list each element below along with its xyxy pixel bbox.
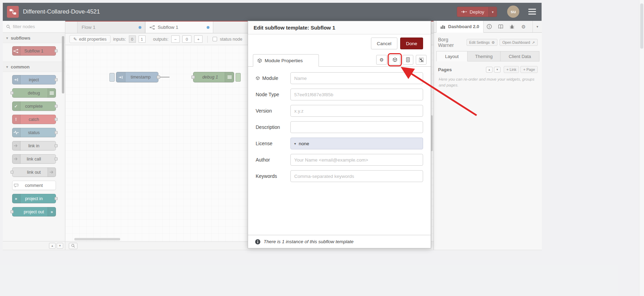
tab-debug-messages[interactable] [506, 21, 518, 32]
properties-tab-button[interactable]: ⚙ [376, 55, 387, 65]
cancel-button[interactable]: Cancel [371, 38, 397, 49]
dialog-actions: Cancel Done [248, 34, 431, 52]
palette-scrollbar[interactable] [62, 36, 64, 93]
inputs-1-button[interactable]: 1 [139, 35, 146, 43]
book-icon [498, 24, 503, 29]
palette-node-link-out[interactable]: link out [12, 167, 56, 177]
inputs-0-button[interactable]: 0 [129, 35, 136, 43]
palette-footer: ▴ ▾ [3, 241, 65, 250]
node-output-port [55, 78, 58, 81]
dialog-tab-bar: Module Properties ⚙ [248, 54, 431, 67]
sidebar-options-button[interactable]: ▾ [532, 21, 542, 32]
move-up-button[interactable]: ▴ [486, 67, 493, 73]
tab-module-properties[interactable]: Module Properties [253, 54, 319, 67]
tab-layout[interactable]: Layout [436, 51, 468, 61]
tab-dashboard-2[interactable]: Dashboard 2.0 [436, 21, 484, 33]
palette-node-link-in[interactable]: link in [12, 141, 56, 150]
search-icon [6, 25, 10, 29]
bug-icon [510, 24, 514, 29]
node-output-port[interactable] [157, 75, 160, 79]
gear-icon: ⚙ [380, 57, 384, 63]
license-value: none [299, 141, 309, 146]
main-menu-icon[interactable] [528, 9, 536, 16]
palette-node-status[interactable]: status [12, 128, 56, 137]
palette-node-inject[interactable]: inject [12, 75, 56, 84]
module-input[interactable] [290, 72, 423, 84]
tab-theming[interactable]: Theming [468, 51, 501, 61]
filter-nodes-input[interactable] [13, 24, 58, 29]
palette-category-common[interactable]: ▾ common [3, 61, 65, 72]
description-input[interactable] [290, 121, 423, 133]
canvas-node-timestamp[interactable]: timestamp [116, 72, 158, 82]
node-label: debug 1 [202, 75, 225, 80]
tab-help[interactable] [495, 21, 506, 32]
zoom-search-button[interactable] [69, 243, 77, 249]
palette-node-debug[interactable]: debug [12, 88, 56, 98]
object-group-icon [419, 58, 424, 62]
palette-category-subflows[interactable]: ▾ subflows [3, 33, 65, 43]
chevron-up-icon: ▴ [51, 244, 53, 247]
canvas-horizontal-scrollbar[interactable] [74, 238, 120, 240]
chevron-up-icon: ▴ [488, 68, 490, 71]
edit-settings-button[interactable]: Edit Settings ⚙ [467, 39, 497, 46]
node-red-app: Different-Collared-Dove-4521 Deploy ▾ su… [3, 3, 542, 250]
search-icon [71, 244, 75, 248]
chevron-down-icon: ▾ [496, 68, 498, 71]
user-avatar[interactable]: su [507, 6, 519, 18]
done-button[interactable]: Done [400, 38, 423, 49]
add-link-button[interactable]: + Link [504, 66, 519, 73]
palette-node-project-in[interactable]: » project in [12, 194, 56, 203]
version-input[interactable] [290, 105, 423, 117]
tab-subflow-1[interactable]: Subflow 1 [145, 22, 213, 33]
palette-node-subflow-1[interactable]: Subflow 1 [12, 46, 56, 56]
tab-info[interactable] [484, 21, 495, 32]
version-field-label: Version [256, 108, 290, 114]
add-page-button[interactable]: + Page [520, 66, 538, 73]
link-icon [12, 141, 20, 150]
deploy-options-button[interactable]: ▾ [488, 7, 497, 17]
document-icon [406, 57, 410, 62]
node-label: timestamp [124, 75, 151, 80]
outputs-plus-button[interactable]: + [194, 35, 203, 43]
module-properties-tab-button[interactable] [389, 55, 400, 65]
outputs-minus-button[interactable]: − [171, 35, 180, 43]
right-sidebar: Dashboard 2.0 ⚙ ▾ Borg Warner Edit Setti… [434, 21, 542, 250]
tab-client-data[interactable]: Client Data [501, 51, 539, 61]
link-icon [48, 167, 56, 177]
description-field-label: Description [256, 124, 290, 130]
deploy-button-main[interactable]: Deploy [457, 7, 488, 17]
palette-collapse-all-button[interactable]: ▴ [49, 243, 56, 249]
inject-trigger-button[interactable] [109, 73, 115, 82]
description-tab-button[interactable] [403, 55, 413, 65]
deploy-button[interactable]: Deploy ▾ [457, 7, 497, 17]
palette-search[interactable] [3, 21, 65, 33]
edit-properties-button[interactable]: ✎ edit properties [69, 35, 110, 43]
tab-config-nodes[interactable]: ⚙ [518, 21, 529, 32]
node-input-port[interactable] [191, 75, 195, 79]
appearance-tab-button[interactable] [416, 55, 427, 65]
dialog-title: Edit subflow template: Subflow 1 [248, 21, 431, 34]
page-scrollbar[interactable] [639, 0, 644, 296]
status-node-checkbox[interactable] [213, 37, 217, 41]
page-scrollbar-thumb[interactable] [640, 3, 643, 49]
keywords-input[interactable] [290, 170, 423, 182]
license-select[interactable]: ▾ none [290, 138, 423, 149]
tab-flow-1[interactable]: Flow 1 [77, 22, 145, 33]
canvas-node-debug-1[interactable]: debug 1 [193, 72, 234, 82]
node-type-input[interactable] [290, 89, 423, 100]
inject-icon [116, 72, 125, 82]
app-header: Different-Collared-Dove-4521 Deploy ▾ su [3, 3, 542, 21]
dialog-tab-icons: ⚙ [376, 55, 427, 65]
palette-node-project-out[interactable]: » project out [12, 207, 56, 216]
toolbar-divider [207, 36, 208, 43]
palette-node-catch[interactable]: ! catch [12, 115, 56, 124]
dialog-footer: There is 1 instance of this subflow temp… [248, 235, 431, 248]
palette-expand-all-button[interactable]: ▾ [57, 243, 63, 249]
move-down-button[interactable]: ▾ [494, 67, 501, 73]
palette-node-comment[interactable]: comment [12, 181, 56, 190]
palette-node-complete[interactable]: ✓ complete [12, 101, 56, 111]
open-dashboard-button[interactable]: Open Dashboard ↗ [499, 39, 538, 46]
author-input[interactable] [290, 154, 423, 166]
debug-toggle-button[interactable] [236, 73, 241, 82]
palette-node-link-call[interactable]: link call [12, 154, 56, 164]
